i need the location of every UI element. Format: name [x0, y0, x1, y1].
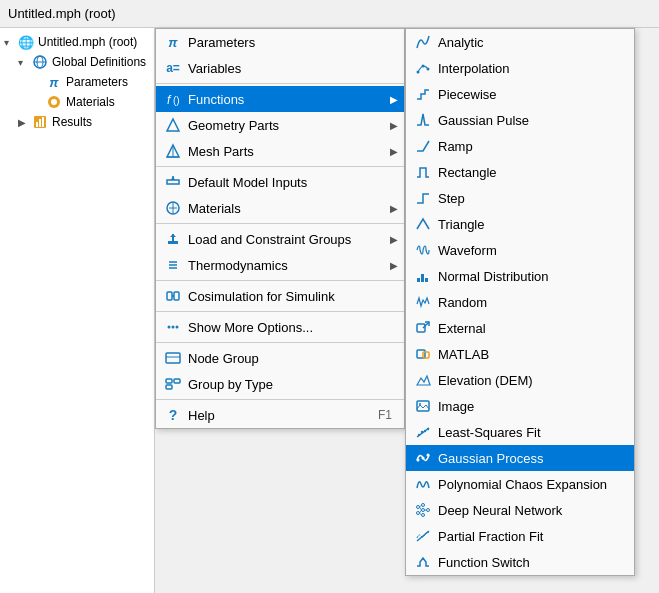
menu-item-variables[interactable]: a= Variables — [156, 55, 404, 81]
menu-label: MATLAB — [438, 347, 622, 362]
menu-item-default-model-inputs[interactable]: Default Model Inputs — [156, 169, 404, 195]
menu-item-elevation[interactable]: Elevation (DEM) — [406, 367, 634, 393]
menu-label: Parameters — [188, 35, 392, 50]
menu-label: Function Switch — [438, 555, 622, 570]
tree-item-label: Global Definitions — [52, 55, 146, 69]
menu-item-ramp[interactable]: Ramp — [406, 133, 634, 159]
menu-item-random[interactable]: Random — [406, 289, 634, 315]
svg-line-64 — [420, 505, 422, 507]
menu-item-materials[interactable]: Materials ▶ — [156, 195, 404, 221]
menu-item-gaussian-process[interactable]: Gaussian Process — [406, 445, 634, 471]
svg-line-65 — [420, 507, 422, 510]
svg-line-67 — [420, 513, 422, 515]
external-icon — [414, 319, 432, 337]
tree-item-parameters[interactable]: π Parameters — [0, 72, 154, 92]
svg-rect-35 — [166, 379, 172, 383]
menu-label: Interpolation — [438, 61, 622, 76]
svg-text:(): () — [173, 95, 180, 106]
menu-label: Piecewise — [438, 87, 622, 102]
svg-point-63 — [427, 509, 430, 512]
menu-item-triangle[interactable]: Triangle — [406, 211, 634, 237]
tree-item-results[interactable]: ▶ Results — [0, 112, 154, 132]
func-icon: f () — [164, 90, 182, 108]
menu-item-image[interactable]: Image — [406, 393, 634, 419]
least-squares-icon — [414, 423, 432, 441]
menu-item-deep-neural[interactable]: Deep Neural Network — [406, 497, 634, 523]
step-icon — [414, 189, 432, 207]
tree-item-label: Untitled.mph (root) — [38, 35, 137, 49]
svg-point-31 — [172, 326, 175, 329]
polynomial-chaos-icon — [414, 475, 432, 493]
menu-item-interpolation[interactable]: Interpolation — [406, 55, 634, 81]
menu-item-waveform[interactable]: Waveform — [406, 237, 634, 263]
menu-item-polynomial-chaos[interactable]: Polynomial Chaos Expansion — [406, 471, 634, 497]
svg-point-59 — [417, 512, 420, 515]
menu-item-mesh-parts[interactable]: Mesh Parts ▶ — [156, 138, 404, 164]
tree-item-label: Results — [52, 115, 92, 129]
tree-item-materials[interactable]: Materials — [0, 92, 154, 112]
arrow-icon: ▶ — [390, 203, 398, 214]
menu-label: Gaussian Process — [438, 451, 622, 466]
load-icon — [164, 230, 182, 248]
arrow-icon: ▶ — [390, 146, 398, 157]
separator — [156, 342, 404, 343]
menu-item-load-constraint[interactable]: Load and Constraint Groups ▶ — [156, 226, 404, 252]
menu-label: Triangle — [438, 217, 622, 232]
svg-rect-28 — [174, 292, 179, 300]
menu-label: Show More Options... — [188, 320, 392, 335]
arrow-icon: ▶ — [390, 120, 398, 131]
menu-item-rectangle[interactable]: Rectangle — [406, 159, 634, 185]
analytic-icon — [414, 33, 432, 51]
svg-rect-36 — [174, 379, 180, 383]
matlab-icon — [414, 345, 432, 363]
tree-panel: ▾ 🌐 Untitled.mph (root) ▾ Global Definit… — [0, 28, 155, 593]
materials-icon — [46, 94, 62, 110]
menu-item-normal-dist[interactable]: Normal Distribution — [406, 263, 634, 289]
menu-item-function-switch[interactable]: Function Switch — [406, 549, 634, 575]
triangle-icon — [414, 215, 432, 233]
normal-dist-icon — [414, 267, 432, 285]
menu-item-cosim[interactable]: Cosimulation for Simulink — [156, 283, 404, 309]
menu-item-geometry-parts[interactable]: Geometry Parts ▶ — [156, 112, 404, 138]
menu-item-thermo[interactable]: Thermodynamics ▶ — [156, 252, 404, 278]
svg-rect-46 — [417, 350, 425, 358]
menu-item-external[interactable]: External — [406, 315, 634, 341]
menu-item-piecewise[interactable]: Piecewise — [406, 81, 634, 107]
menu-item-functions[interactable]: f () Functions ▶ — [156, 86, 404, 112]
piecewise-icon — [414, 85, 432, 103]
menu-item-parameters[interactable]: π Parameters — [156, 29, 404, 55]
svg-rect-33 — [166, 353, 180, 363]
menu-label: Normal Distribution — [438, 269, 622, 284]
separator — [156, 311, 404, 312]
menu-label: Deep Neural Network — [438, 503, 622, 518]
aeq-menu-icon: a= — [164, 59, 182, 77]
tree-item-root[interactable]: ▾ 🌐 Untitled.mph (root) — [0, 32, 154, 52]
svg-rect-47 — [423, 352, 429, 358]
svg-rect-37 — [166, 385, 172, 389]
menu-item-partial-fraction[interactable]: Partial Fraction Fit — [406, 523, 634, 549]
tree-item-global-def[interactable]: ▾ Global Definitions — [0, 52, 154, 72]
menu-item-group-by-type[interactable]: Group by Type — [156, 371, 404, 397]
menu-item-analytic[interactable]: Analytic — [406, 29, 634, 55]
arrow-icon: ▶ — [390, 234, 398, 245]
geom-icon — [164, 116, 182, 134]
svg-rect-21 — [168, 241, 178, 244]
menu-item-matlab[interactable]: MATLAB — [406, 341, 634, 367]
waveform-icon — [414, 241, 432, 259]
svg-point-51 — [418, 434, 420, 436]
menu-item-least-squares[interactable]: Least-Squares Fit — [406, 419, 634, 445]
menu-item-node-group[interactable]: Node Group — [156, 345, 404, 371]
svg-point-52 — [421, 431, 423, 433]
svg-rect-7 — [39, 119, 41, 127]
menu-item-help[interactable]: ? Help F1 — [156, 402, 404, 428]
thermo-icon — [164, 256, 182, 274]
menu-item-gaussian-pulse[interactable]: Gaussian Pulse — [406, 107, 634, 133]
svg-line-45 — [423, 322, 429, 328]
shortcut-label: F1 — [378, 408, 392, 422]
arrow-icon: ▶ — [390, 260, 398, 271]
globe-icon: 🌐 — [18, 34, 34, 50]
menu-item-step[interactable]: Step — [406, 185, 634, 211]
menu-label: Waveform — [438, 243, 622, 258]
menu-item-show-more[interactable]: Show More Options... — [156, 314, 404, 340]
context-menu-left: π Parameters a= Variables f () Functions… — [155, 28, 405, 429]
